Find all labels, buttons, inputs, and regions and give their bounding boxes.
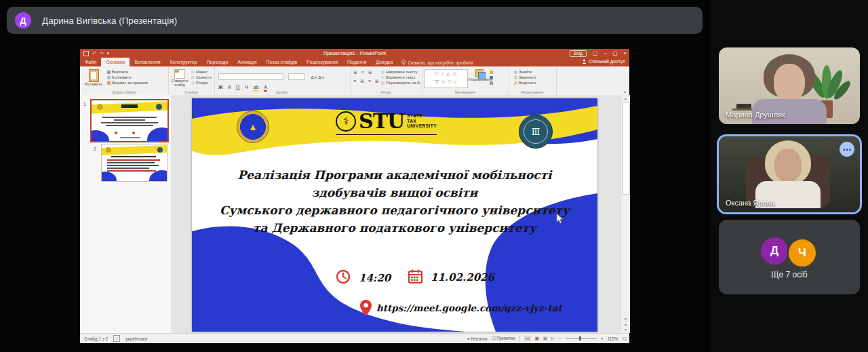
presenter-bar: Д Дарина Вигівська (Презентація) (7, 7, 703, 34)
view-slideshow-button[interactable]: ▷ (551, 336, 555, 341)
find-button[interactable]: Знайти (514, 70, 536, 74)
zoom-slider[interactable] (566, 338, 597, 339)
restore-button[interactable]: ▢ (613, 50, 618, 56)
person-icon (582, 59, 587, 64)
fit-slide-button[interactable]: ◱ (623, 336, 627, 341)
tab-design[interactable]: Конструктор (165, 58, 202, 66)
ribbon-options-icon[interactable]: ▢ (593, 50, 597, 56)
slide-thumbnail-2[interactable] (101, 144, 167, 182)
slides-small-buttons: Макет Скинути Розділ (191, 70, 212, 85)
language-label[interactable]: українська (125, 336, 147, 341)
participant-tile-oksana-active[interactable]: ⋯ Оксана Ярова (717, 134, 862, 214)
tell-me-box[interactable]: Скажіть, що потрібно зробити (397, 58, 477, 66)
calendar-icon (408, 269, 423, 284)
group-label: Слайди (168, 90, 214, 94)
group-paragraph: ≣ ≡ ≣ ≡ ≣ ≡ ≣ Напрямок тексту Вирівняти … (350, 66, 422, 95)
tile-options-button[interactable]: ⋯ (840, 142, 854, 157)
list-buttons[interactable]: ≣ ≡ ≣ (353, 70, 374, 75)
next-slide-icon[interactable]: ▼ (621, 328, 630, 332)
align-buttons[interactable]: ≡ ≣ ≡ ≣ (353, 79, 380, 84)
reset-button[interactable]: Скинути (191, 75, 212, 79)
ribbon-collapse-icon[interactable]: ▴ (624, 89, 626, 94)
minimize-button[interactable]: − (604, 50, 606, 56)
group-label: Малювання (422, 90, 509, 94)
meeting-link: https://meet.google.com/qzz-vjyz-tat (376, 302, 562, 313)
tab-view[interactable]: Подання (342, 58, 371, 66)
tab-animations[interactable]: Анімація (233, 58, 261, 66)
participant-name: Марина Друшляк (726, 111, 785, 119)
thumb-number-2: 2 (94, 146, 96, 151)
tab-insert[interactable]: Вставлення (130, 58, 165, 66)
close-button[interactable]: × (624, 50, 627, 56)
replace-button[interactable]: Замінити (514, 75, 536, 79)
participant-tile-maryna[interactable]: Марина Друшляк (719, 47, 860, 124)
scrollbar-thumb[interactable] (623, 102, 630, 195)
view-normal-button[interactable]: ▭ (524, 336, 531, 341)
view-reading-button[interactable]: ▤ (543, 336, 547, 341)
tab-transitions[interactable]: Переходи (202, 58, 233, 66)
overflow-avatar-2: Ч (787, 237, 818, 269)
group-label: Буфер обміну (80, 90, 168, 94)
tab-slideshow[interactable]: Показ слайдів (261, 58, 302, 66)
notes-button[interactable]: ≡ Нотатки (467, 336, 488, 341)
tab-home[interactable]: Основне (101, 58, 130, 66)
ribbon-tab-row: Файл Основне Вставлення Конструктор Пере… (80, 58, 629, 66)
event-date: 11.02.2026 (431, 271, 494, 283)
group-font: A˄ A˅ Ж К П Ч ab А Шрифт (214, 66, 351, 95)
tab-file[interactable]: Файл (80, 58, 101, 66)
shape-fill-button[interactable] (490, 70, 507, 74)
presenter-avatar: Д (15, 12, 31, 28)
window-controls: Вхід ▢ − ▢ × (570, 49, 627, 58)
shape-outline-button[interactable] (490, 75, 507, 79)
slide-thumbnail-1[interactable] (90, 99, 169, 142)
vertical-scrollbar[interactable]: ▲ ▼ ▲ ▼ (620, 95, 630, 333)
share-button[interactable]: Спільний доступ (582, 59, 625, 64)
new-slide-button[interactable]: Створити слайд (170, 69, 190, 87)
shape-effects-button[interactable] (490, 81, 507, 85)
ppt-titlebar: ↶ ↷ ▾ Презентація1 - PowerPoint Вхід ▢ −… (80, 49, 629, 58)
editing-buttons: Знайти Замінити Виділити (514, 70, 536, 85)
cut-button[interactable]: Вирізати (107, 70, 165, 74)
paste-button[interactable]: Вставити (84, 69, 103, 86)
group-label: Абзац (350, 90, 422, 94)
slide-title: Реалізація Програми академічної мобільно… (192, 166, 597, 237)
prev-slide-icon[interactable]: ▲ (621, 322, 630, 326)
mouse-cursor (556, 213, 564, 224)
slide-thumbnail-panel: 1 2 (80, 95, 172, 333)
arrange-button[interactable]: Упорядкувати (468, 69, 491, 81)
tab-review[interactable]: Рецензування (302, 58, 342, 66)
comments-button[interactable]: ❏ Примітки (492, 336, 515, 341)
section-button[interactable]: Розділ (191, 81, 212, 85)
underline-button[interactable]: П (236, 84, 239, 90)
view-sorter-button[interactable]: ▦ (535, 336, 539, 341)
shadow-button[interactable]: Ч (245, 84, 248, 90)
text-direction-button[interactable]: Напрямок тексту (381, 70, 420, 74)
italic-button[interactable]: К (228, 84, 231, 90)
screen-share-region: Д Дарина Вигівська (Презентація) ↶ ↷ ▾ П… (0, 0, 711, 352)
scroll-down-icon[interactable]: ▼ (621, 317, 630, 321)
tab-help[interactable]: Довідка (371, 58, 397, 66)
spellcheck-icon[interactable]: ✓ (113, 335, 120, 342)
scroll-up-icon[interactable]: ▲ (621, 96, 630, 100)
paragraph-small-buttons: Напрямок тексту Вирівняти текст Перетвор… (381, 70, 420, 85)
group-label: Шрифт (214, 90, 350, 94)
signin-button[interactable]: Вхід (570, 50, 587, 57)
layout-button[interactable]: Макет (191, 70, 212, 74)
presentation-slide[interactable]: ▲ ⚕ STU STATE TAX UNIVERSITY Ⅲ Реалізаці… (192, 98, 597, 332)
person-face (774, 64, 805, 102)
overflow-participants-tile[interactable]: Д Ч Ще 7 осіб (719, 220, 860, 294)
shapes-gallery[interactable]: □ ○ △ ◇ ▽ ☆ □ ○ (425, 69, 468, 88)
zoom-in-button[interactable]: + (601, 336, 604, 341)
stu-acronym: STU (359, 109, 404, 133)
zoom-out-button[interactable]: − (559, 336, 561, 341)
format-painter-button[interactable]: Формат за зразком (107, 81, 165, 85)
lightbulb-icon (401, 60, 406, 65)
smartart-button[interactable]: Перетворити на SmartArt (381, 81, 420, 85)
overflow-avatar-1: Д (761, 237, 788, 265)
select-button[interactable]: Виділити (514, 81, 536, 85)
slide-counter: Слайд 1 з 2 (84, 336, 108, 341)
bold-button[interactable]: Ж (218, 84, 223, 90)
copy-button[interactable]: Копіювати (107, 75, 165, 79)
align-text-button[interactable]: Вирівняти текст (381, 75, 420, 79)
zoom-level[interactable]: 115% (608, 336, 618, 341)
